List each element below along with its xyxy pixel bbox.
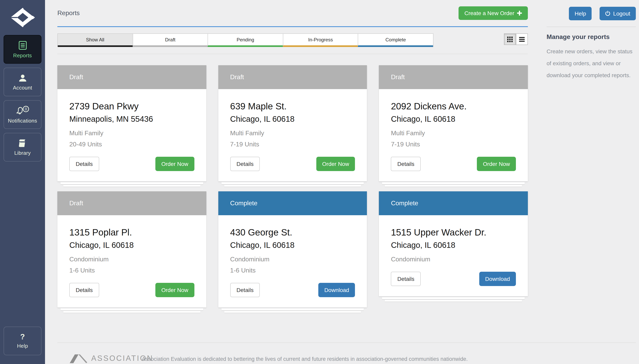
sidebar-item-help[interactable]: ? Help [4,326,42,355]
report-icon [18,40,27,50]
card-stack-layer [63,311,200,313]
card-stack-layer [385,300,522,302]
card-city: Minneapolis, MN 55436 [69,114,194,124]
report-card: Draft 1315 Poplar Pl. Chicago, IL 60618 … [57,191,206,308]
card-property-type: Condominium [391,255,516,263]
status-badge: Complete [218,191,367,215]
tab-show-all[interactable]: Show All [58,34,132,47]
details-button[interactable]: Details [391,157,421,171]
details-button[interactable]: Details [230,157,260,171]
book-icon [18,139,27,148]
card-city: Chicago, IL 60618 [230,240,355,250]
card-property-type: Multi Family [230,129,355,137]
divider [57,54,528,54]
card-stack-layer [224,185,361,186]
card-units: 7-19 Units [391,140,516,148]
details-button[interactable]: Details [230,283,260,297]
card-column: Draft 2092 Dickens Ave. Chicago, IL 6061… [379,65,528,186]
order-now-button[interactable]: Order Now [155,157,194,171]
filter-row: Show All Draft Pending In-Progress Compl… [57,34,528,47]
card-units: 1-6 Units [230,266,355,274]
page-header: Reports Create a New Order [57,0,528,27]
card-address: 430 George St. [230,227,355,238]
card-column: Draft 2739 Dean Pkwy Minneapolis, MN 554… [57,65,206,186]
tab-in-progress[interactable]: In-Progress [283,34,358,47]
sidebar-item-label: Library [14,150,31,156]
report-card: Draft 2739 Dean Pkwy Minneapolis, MN 554… [57,65,206,182]
create-new-order-button[interactable]: Create a New Order [458,6,528,20]
right-info-panel: Manage your reports Create new orders, v… [547,27,636,342]
logout-button-label: Logout [613,10,630,16]
card-column: Complete 1515 Upper Wacker Dr. Chicago, … [379,191,528,302]
panel-heading: Manage your reports [547,34,636,40]
download-button[interactable]: Download [479,272,516,286]
status-badge: Draft [57,65,206,89]
card-units: 7-19 Units [230,140,355,148]
sidebar-item-notifications[interactable]: 0 Notifications [4,100,42,129]
card-stack-layer [382,182,525,184]
tab-complete[interactable]: Complete [358,34,433,47]
download-button[interactable]: Download [318,283,355,297]
bell-icon: 0 [15,106,30,115]
card-property-type: Multi Family [391,129,516,137]
grid-view-icon[interactable] [504,34,516,45]
content-column: Show All Draft Pending In-Progress Compl… [57,27,528,342]
footer-tagline: Association Evaluation is dedicated to b… [142,356,468,362]
status-badge: Draft [57,191,206,215]
card-property-type: Condominium [69,255,194,263]
details-button[interactable]: Details [391,272,421,286]
sidebar-nav: Reports Account 0 [0,35,45,162]
card-stack-layer [385,185,522,186]
sidebar-item-reports[interactable]: Reports [4,35,42,64]
sidebar-item-library[interactable]: Library [4,133,42,162]
card-stack-layer [224,311,361,313]
footer-brand: ASSOCIATION [70,353,153,364]
panel-description: Create new orders, view the status of ex… [547,45,636,81]
card-address: 1315 Poplar Pl. [69,227,194,238]
details-button[interactable]: Details [69,157,99,171]
card-city: Chicago, IL 60618 [391,240,516,250]
sidebar-item-label: Notifications [8,118,37,124]
card-stack-layer [61,182,203,184]
help-button-label: Help [575,10,586,16]
order-now-button[interactable]: Order Now [477,157,516,171]
status-badge: Draft [218,65,367,89]
card-units: 20-49 Units [69,140,194,148]
details-button[interactable]: Details [69,283,99,297]
card-address: 639 Maple St. [230,101,355,112]
report-card: Complete 1515 Upper Wacker Dr. Chicago, … [379,191,528,296]
question-mark-icon: ? [20,333,25,340]
card-city: Chicago, IL 60618 [69,240,194,250]
sidebar-help-section: ? Help [4,326,42,355]
company-logo-icon [0,0,45,28]
order-now-button[interactable]: Order Now [316,157,355,171]
tab-draft[interactable]: Draft [132,34,207,47]
power-icon [605,11,610,16]
page-title: Reports [57,10,80,17]
card-address: 2092 Dickens Ave. [391,101,516,112]
card-stack-layer [63,185,200,186]
sidebar: Reports Account 0 [0,0,45,364]
card-address: 1515 Upper Wacker Dr. [391,227,516,238]
order-now-button[interactable]: Order Now [155,283,194,297]
status-badge: Draft [379,65,528,89]
report-card: Draft 2092 Dickens Ave. Chicago, IL 6061… [379,65,528,182]
app-window: Reports Account 0 [0,0,639,364]
create-order-label: Create a New Order [464,10,514,16]
logout-button[interactable]: Logout [599,6,636,20]
sidebar-item-account[interactable]: Account [4,68,42,96]
card-property-type: Condominium [230,255,355,263]
plus-icon [517,11,522,16]
sidebar-item-label: Reports [13,52,32,58]
card-stack-layer [382,297,525,299]
card-column: Draft 1315 Poplar Pl. Chicago, IL 60618 … [57,191,206,313]
help-button[interactable]: Help [569,6,592,20]
card-city: Chicago, IL 60618 [391,114,516,124]
report-card: Complete 430 George St. Chicago, IL 6061… [218,191,367,308]
main-area: Reports Create a New Order Help [45,0,639,364]
tab-pending[interactable]: Pending [207,34,283,47]
report-cards-grid: Draft 2739 Dean Pkwy Minneapolis, MN 554… [57,65,528,313]
footer: ASSOCIATION Association Evaluation is de… [57,342,636,364]
list-view-icon[interactable] [516,34,528,45]
status-badge: Complete [379,191,528,215]
